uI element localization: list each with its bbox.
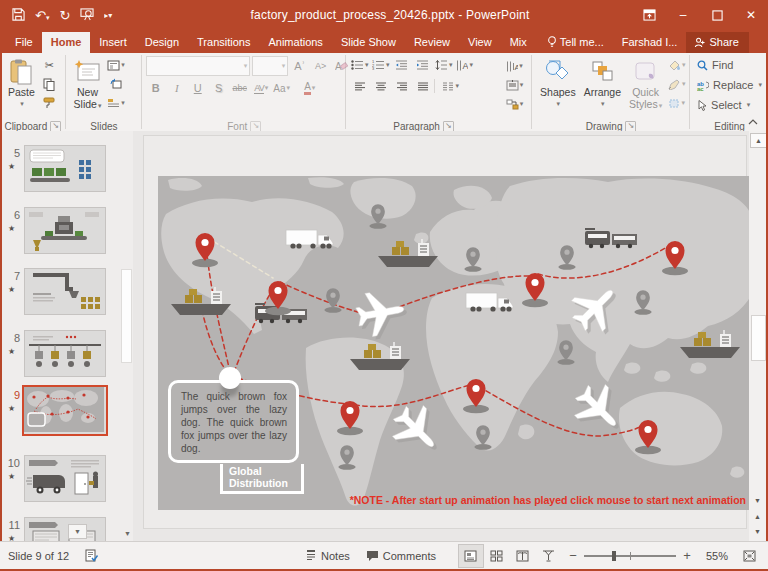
- slide-thumbnail-9[interactable]: 9★: [2, 387, 133, 437]
- slide-indicator[interactable]: Slide 9 of 12: [0, 544, 77, 568]
- slide-layout-icon[interactable]: ▾: [106, 56, 125, 74]
- fit-to-window-button[interactable]: [736, 544, 762, 568]
- global-distribution-label[interactable]: Global Distribution: [220, 464, 304, 494]
- find-button[interactable]: Find: [694, 56, 736, 74]
- account-user-name[interactable]: Farshad I...: [613, 32, 687, 53]
- tab-home[interactable]: Home: [42, 32, 91, 53]
- minimize-button[interactable]: –: [666, 0, 700, 30]
- quick-styles-button[interactable]: Quick Styles▾: [625, 56, 666, 114]
- italic-button[interactable]: I: [167, 79, 186, 97]
- scroll-down-icon[interactable]: ▼: [750, 494, 765, 507]
- tab-review[interactable]: Review: [405, 32, 459, 53]
- start-slideshow-icon[interactable]: [80, 8, 94, 23]
- format-painter-icon[interactable]: [40, 94, 59, 112]
- columns-icon[interactable]: ▾: [441, 77, 460, 95]
- zoom-slider[interactable]: [584, 555, 676, 557]
- slideshow-view-button[interactable]: [536, 544, 562, 568]
- next-slide-button[interactable]: ▼: [750, 525, 765, 538]
- zoom-out-button[interactable]: −: [568, 548, 578, 563]
- copy-icon[interactable]: [40, 75, 59, 93]
- scroll-up-icon[interactable]: ▲: [750, 133, 766, 148]
- font-color-button[interactable]: A▾: [300, 79, 319, 97]
- numbering-icon[interactable]: 123▾: [371, 56, 390, 74]
- scrollbar-thumb[interactable]: [751, 315, 766, 361]
- thumbnail-image[interactable]: [24, 145, 106, 192]
- bold-button[interactable]: B: [146, 79, 165, 97]
- align-right-icon[interactable]: [392, 77, 411, 95]
- align-left-icon[interactable]: [350, 77, 369, 95]
- maximize-button[interactable]: [700, 0, 734, 30]
- tab-transitions[interactable]: Transitions: [188, 32, 259, 53]
- convert-smartart-icon[interactable]: ▾: [505, 95, 524, 113]
- slide-thumbnail-6[interactable]: 6★: [2, 207, 133, 257]
- slide-9-editing-surface[interactable]: The quick brown fox jumps over the lazy …: [144, 136, 746, 528]
- vertical-scrollbar[interactable]: ▲ ▼ ▲ ▼: [749, 131, 766, 541]
- strikethrough-button[interactable]: abc: [230, 79, 249, 97]
- shape-fill-icon[interactable]: ▾: [667, 56, 686, 74]
- thumbnail-scrollbar[interactable]: [121, 269, 132, 363]
- text-align-vertical-icon[interactable]: A▾: [505, 57, 524, 75]
- share-button[interactable]: Share: [686, 32, 748, 53]
- slide-thumbnail-7[interactable]: 7★: [2, 268, 133, 318]
- ribbon-display-options-icon[interactable]: [632, 0, 666, 30]
- thumbnail-image[interactable]: [24, 517, 106, 541]
- spell-check-icon[interactable]: [77, 544, 107, 568]
- tab-design[interactable]: Design: [136, 32, 188, 53]
- thumbnail-image[interactable]: [22, 385, 108, 436]
- close-button[interactable]: ✕: [734, 0, 768, 30]
- collapse-ribbon-icon[interactable]: [748, 115, 758, 127]
- zoom-slider-thumb[interactable]: [612, 551, 616, 561]
- align-center-icon[interactable]: [371, 77, 390, 95]
- customize-qat-icon[interactable]: ▸▾: [104, 11, 112, 20]
- undo-icon[interactable]: ↶▾: [35, 8, 49, 23]
- arrange-button[interactable]: Arrange ▾: [580, 56, 625, 112]
- cut-icon[interactable]: ✂: [40, 56, 59, 74]
- change-case-button[interactable]: Aa▾: [272, 79, 291, 97]
- thumbnail-scroll-down-icon[interactable]: ▼: [122, 528, 133, 539]
- tell-me-box[interactable]: Tell me...: [538, 32, 613, 53]
- line-spacing-icon[interactable]: ▾: [434, 56, 453, 74]
- slide-thumbnail-5[interactable]: 5★: [2, 145, 133, 195]
- text-shadow-button[interactable]: S: [209, 79, 228, 97]
- world-map-graphic[interactable]: The quick brown fox jumps over the lazy …: [158, 176, 752, 510]
- slide-thumbnail-10[interactable]: 10★: [2, 455, 133, 505]
- comments-toggle[interactable]: Comments: [358, 544, 444, 568]
- reset-slide-icon[interactable]: [106, 75, 125, 93]
- bullets-icon[interactable]: ▾: [350, 56, 369, 74]
- save-icon[interactable]: [12, 8, 25, 23]
- redo-icon[interactable]: ↻: [59, 8, 70, 23]
- tab-mix[interactable]: Mix: [501, 32, 536, 53]
- tab-view[interactable]: View: [459, 32, 501, 53]
- slide-sorter-view-button[interactable]: [484, 544, 510, 568]
- new-slide-button[interactable]: New Slide▾: [70, 56, 106, 114]
- underline-button[interactable]: U: [188, 79, 207, 97]
- thumbnail-image[interactable]: [24, 268, 106, 315]
- reading-view-button[interactable]: [510, 544, 536, 568]
- slide-thumbnail-8[interactable]: 8★: [2, 330, 133, 380]
- zoom-in-button[interactable]: +: [682, 548, 692, 563]
- tab-file[interactable]: File: [6, 32, 42, 53]
- align-text-icon[interactable]: ▾: [505, 76, 524, 94]
- thumbnail-image[interactable]: [24, 207, 106, 254]
- thumbnail-image[interactable]: [24, 330, 106, 377]
- shape-outline-icon[interactable]: ▾: [667, 75, 686, 93]
- tab-slide-show[interactable]: Slide Show: [332, 32, 405, 53]
- notes-toggle[interactable]: Notes: [297, 544, 358, 568]
- callout-bubble[interactable]: The quick brown fox jumps over the lazy …: [168, 380, 299, 463]
- replace-button[interactable]: abac Replace▾: [694, 76, 765, 94]
- normal-view-button[interactable]: [458, 544, 484, 568]
- thumbnail-image[interactable]: [24, 455, 106, 502]
- decrease-indent-icon[interactable]: [392, 56, 411, 74]
- shapes-button[interactable]: Shapes ▾: [536, 56, 580, 112]
- character-spacing-button[interactable]: AV▾: [251, 79, 270, 97]
- justify-icon[interactable]: [413, 77, 432, 95]
- increase-font-size-icon[interactable]: Aʾ: [290, 57, 309, 75]
- increase-indent-icon[interactable]: [413, 56, 432, 74]
- shape-effects-icon[interactable]: ▾: [667, 94, 686, 112]
- select-button[interactable]: Select▾: [694, 96, 753, 114]
- font-name-combo[interactable]: ▾: [146, 56, 250, 76]
- tab-animations[interactable]: Animations: [259, 32, 331, 53]
- section-icon[interactable]: ▾: [106, 94, 125, 112]
- decrease-font-size-icon[interactable]: A˃: [311, 57, 330, 75]
- font-size-combo[interactable]: ▾: [252, 56, 288, 76]
